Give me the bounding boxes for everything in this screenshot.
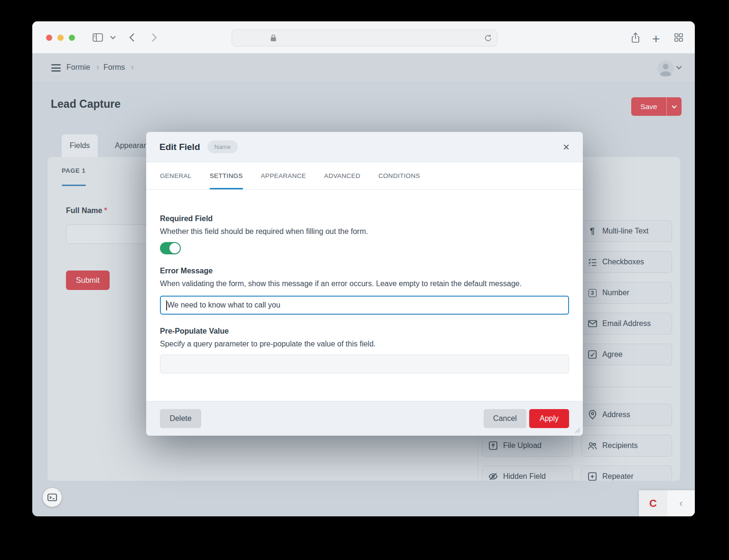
tab-fields[interactable]: Fields	[62, 134, 98, 157]
edit-field-modal: Edit Field Name × GENERAL SETTINGS APPEA…	[146, 132, 583, 436]
submit-button[interactable]: Submit	[66, 271, 110, 290]
craft-logo[interactable]: C	[639, 490, 667, 516]
avatar[interactable]	[657, 60, 674, 77]
traffic-light-close[interactable]	[46, 35, 52, 41]
back-icon[interactable]	[129, 33, 135, 42]
envelope-icon	[588, 319, 597, 328]
map-pin-icon	[588, 410, 597, 420]
browser-toolbar: +	[32, 21, 695, 54]
palette-item-checkboxes[interactable]: Checkboxes	[581, 251, 672, 273]
delete-button[interactable]: Delete	[160, 409, 201, 428]
error-message-input[interactable]: We need to know what to call you	[160, 296, 569, 315]
required-field-toggle[interactable]	[160, 242, 181, 254]
toggle-knob	[169, 243, 180, 253]
number-icon: 3	[588, 288, 597, 298]
browser-window: + Formie › Forms › Lead Capture Save Fie…	[32, 21, 695, 516]
modal-header: Edit Field Name ×	[146, 132, 583, 162]
share-icon[interactable]	[630, 32, 641, 44]
address-bar[interactable]	[232, 29, 497, 47]
breadcrumb: Formie › Forms ›	[32, 54, 695, 83]
traffic-light-zoom[interactable]	[69, 35, 75, 41]
tab-overview-icon[interactable]	[674, 33, 683, 42]
field-type-badge: Name	[207, 140, 238, 153]
modal-title: Edit Field	[159, 142, 200, 152]
modal-tab-appearance[interactable]: APPEARANCE	[261, 162, 306, 189]
hamburger-menu-icon[interactable]	[51, 64, 61, 72]
field-label-full-name: Full Name*	[66, 206, 107, 215]
prepopulate-label: Pre-Populate Value	[160, 327, 569, 336]
breadcrumb-item-formie[interactable]: Formie	[66, 63, 90, 72]
modal-body: Required Field Whether this field should…	[146, 190, 583, 373]
chevron-down-icon	[672, 105, 677, 109]
pilcrow-icon: ¶	[588, 226, 597, 236]
reload-icon[interactable]	[484, 34, 492, 42]
modal-tab-general[interactable]: GENERAL	[160, 162, 192, 189]
palette-item-file-upload[interactable]: File Upload	[482, 435, 573, 457]
required-field-group: Required Field Whether this field should…	[160, 215, 569, 254]
error-message-label: Error Message	[160, 267, 569, 275]
breadcrumb-item-forms[interactable]: Forms	[103, 63, 125, 72]
required-asterisk: *	[104, 206, 107, 215]
save-button-group: Save	[631, 97, 682, 116]
resize-handle[interactable]	[574, 427, 580, 433]
palette-item-email-address[interactable]: Email Address	[581, 313, 672, 335]
prepopulate-input[interactable]	[160, 355, 569, 373]
palette-item-recipients[interactable]: Recipients	[581, 435, 672, 457]
page-title: Lead Capture	[51, 98, 121, 111]
palette-item-agree[interactable]: Agree	[581, 344, 672, 365]
sidebar-chevron-down-icon[interactable]	[110, 36, 116, 39]
breadcrumb-chevron-icon: ›	[131, 62, 134, 72]
text-caret	[166, 300, 167, 310]
eye-slash-icon	[488, 472, 498, 481]
craft-support-widget: C ‹	[639, 490, 695, 516]
chevron-left-icon[interactable]: ‹	[667, 490, 695, 516]
prepopulate-group: Pre-Populate Value Specify a query param…	[160, 327, 569, 373]
modal-tab-bar: GENERAL SETTINGS APPEARANCE ADVANCED CON…	[146, 162, 583, 190]
traffic-light-minimize[interactable]	[57, 35, 64, 41]
tab-page-1[interactable]: PAGE 1	[62, 167, 85, 174]
account-chevron-down-icon[interactable]	[676, 65, 682, 70]
lock-icon	[270, 34, 277, 42]
sidebar-toggle-icon[interactable]	[92, 32, 103, 43]
checklist-icon	[588, 257, 597, 267]
cancel-button[interactable]: Cancel	[484, 409, 526, 428]
modal-tab-conditions[interactable]: CONDITIONS	[378, 162, 420, 189]
debug-toolbar-button[interactable]	[43, 488, 62, 507]
palette-item-repeater[interactable]: Repeater	[581, 466, 672, 481]
page-tab-underline	[62, 185, 86, 186]
palette-item-address[interactable]: Address	[581, 404, 672, 426]
required-field-label: Required Field	[160, 215, 569, 223]
error-message-group: Error Message When validating the form, …	[160, 267, 569, 315]
prepopulate-description: Specify a query parameter to pre-populat…	[160, 338, 569, 350]
close-icon[interactable]: ×	[563, 141, 570, 153]
breadcrumb-chevron-icon: ›	[96, 62, 99, 72]
error-message-description: When validating the form, show this mess…	[160, 278, 569, 289]
upload-icon	[488, 441, 498, 450]
modal-footer: Delete Cancel Apply	[146, 401, 583, 436]
save-menu-button[interactable]	[667, 97, 682, 116]
palette-item-hidden-field[interactable]: Hidden Field	[482, 466, 573, 481]
new-tab-icon[interactable]: +	[652, 31, 660, 47]
modal-tab-advanced[interactable]: ADVANCED	[324, 162, 360, 189]
forward-icon[interactable]	[151, 33, 157, 42]
required-field-description: Whether this field should be required wh…	[160, 225, 569, 237]
apply-button[interactable]: Apply	[529, 409, 569, 428]
save-button[interactable]: Save	[631, 97, 667, 116]
palette-item-number[interactable]: 3 Number	[581, 282, 672, 304]
terminal-icon	[47, 493, 57, 502]
people-icon	[588, 441, 597, 450]
palette-item-multi-line-text[interactable]: ¶ Multi-line Text	[581, 220, 672, 242]
error-message-value: We need to know what to call you	[168, 301, 280, 309]
modal-tab-settings[interactable]: SETTINGS	[210, 162, 243, 189]
checkbox-icon	[588, 350, 597, 359]
repeater-icon	[588, 472, 597, 481]
